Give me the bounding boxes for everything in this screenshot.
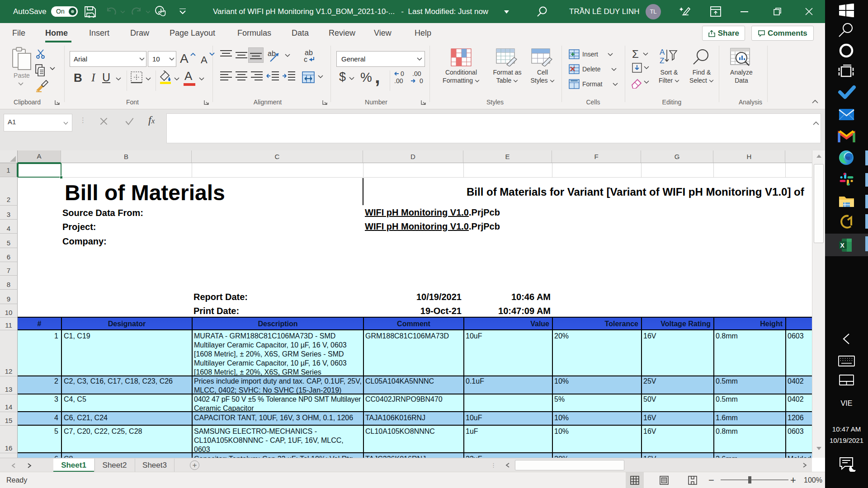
svg-text:0: 0: [401, 70, 404, 77]
svg-text:.00: .00: [394, 77, 403, 84]
svg-text:Z: Z: [660, 56, 664, 65]
svg-text:0: 0: [420, 77, 423, 84]
svg-text:X: X: [840, 242, 845, 249]
svg-text:A: A: [660, 48, 665, 56]
svg-text:ab: ab: [268, 50, 276, 57]
svg-text:c: c: [304, 56, 307, 62]
svg-text:.00: .00: [412, 70, 421, 77]
